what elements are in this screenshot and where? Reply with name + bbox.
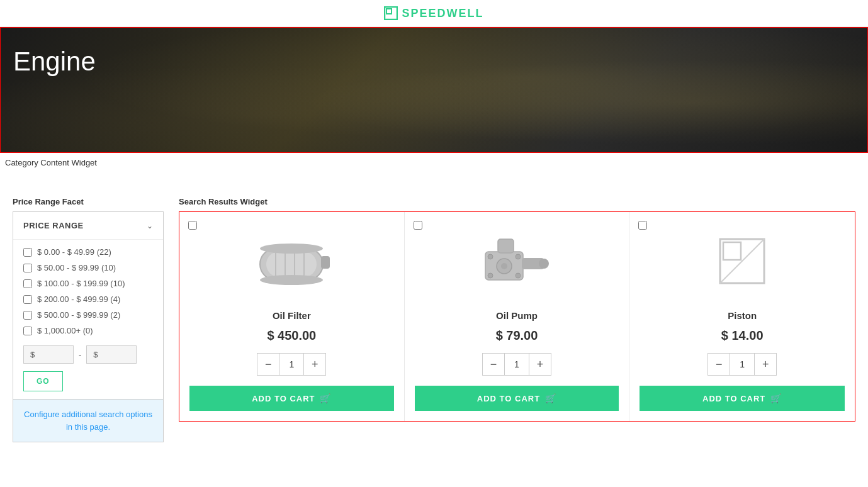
price-checkbox-0[interactable] (23, 248, 32, 257)
price-inputs: $ - $ (23, 345, 153, 364)
min-price-input[interactable] (37, 350, 62, 359)
price-option-3: $ 200.00 - $ 499.99 (4) (23, 294, 153, 304)
svg-rect-1 (386, 9, 392, 14)
piston-image (714, 233, 770, 293)
svg-point-18 (488, 254, 493, 259)
quantity-control-2: − 1 + (707, 353, 777, 376)
svg-line-26 (720, 239, 764, 283)
logo-text: SPEEDWELL (402, 7, 483, 20)
oil-filter-image (251, 236, 332, 289)
svg-point-20 (488, 273, 493, 278)
add-to-cart-label-1: ADD TO CART (477, 394, 540, 403)
svg-point-23 (501, 263, 507, 269)
add-to-cart-0[interactable]: ADD TO CART 🛒 (189, 386, 394, 411)
hero-banner: Engine (0, 27, 868, 153)
configure-link[interactable]: Configure additional search options in t… (24, 410, 152, 432)
facet-header[interactable]: PRICE RANGE ⌄ (13, 212, 163, 240)
price-option-1: $ 50.00 - $ 99.99 (10) (23, 263, 153, 272)
product-name-0: Oil Filter (273, 310, 311, 321)
product-checkbox-0[interactable] (188, 221, 197, 230)
qty-increase-1[interactable]: + (529, 354, 551, 375)
product-checkbox-1[interactable] (414, 221, 422, 230)
logo-icon (384, 6, 398, 20)
price-option-5: $ 1,000.00+ (0) (23, 326, 153, 335)
main-content: Price Range Facet PRICE RANGE ⌄ $ 0.00 -… (0, 184, 868, 455)
price-option-label-0: $ 0.00 - $ 49.99 (22) (37, 247, 111, 257)
price-option-label-1: $ 50.00 - $ 99.99 (10) (37, 263, 116, 272)
product-image-piston (698, 225, 786, 300)
min-dollar-sign: $ (30, 350, 35, 359)
product-price-0: $ 450.00 (267, 328, 316, 343)
add-to-cart-2[interactable]: ADD TO CART 🛒 (640, 386, 845, 411)
max-price-wrapper: $ (86, 345, 137, 364)
product-image-oil-filter (247, 225, 335, 300)
search-results-label: Search Results Widget (179, 197, 855, 206)
svg-rect-25 (723, 242, 741, 260)
go-button[interactable]: GO (23, 371, 63, 391)
product-card-1: Oil Pump $ 79.00 − 1 + ADD TO CART 🛒 (405, 212, 630, 421)
qty-decrease-0[interactable]: − (257, 354, 279, 375)
price-range-dash: - (79, 350, 81, 359)
qty-increase-0[interactable]: + (304, 354, 325, 375)
qty-decrease-1[interactable]: − (483, 354, 504, 375)
quantity-control-0: − 1 + (257, 353, 326, 376)
svg-point-21 (516, 273, 521, 278)
quantity-control-1: − 1 + (482, 353, 551, 376)
product-name-2: Piston (728, 310, 757, 321)
category-content-label: Category Content Widget (3, 153, 99, 172)
svg-rect-14 (498, 239, 514, 253)
chevron-down-icon: ⌄ (147, 221, 153, 230)
price-option-label-2: $ 100.00 - $ 199.99 (10) (37, 279, 125, 288)
add-to-cart-label-0: ADD TO CART (252, 394, 315, 403)
left-column: Price Range Facet PRICE RANGE ⌄ $ 0.00 -… (13, 197, 164, 442)
cart-icon-0: 🛒 (320, 393, 331, 403)
cart-icon-2: 🛒 (770, 393, 782, 403)
price-option-2: $ 100.00 - $ 199.99 (10) (23, 279, 153, 288)
product-image-oil-pump (473, 225, 561, 300)
svg-point-10 (260, 275, 323, 285)
oil-pump-image (479, 233, 555, 293)
qty-value-2: 1 (730, 354, 755, 375)
qty-decrease-2[interactable]: − (708, 354, 730, 375)
svg-point-19 (516, 254, 521, 259)
price-option-label-3: $ 200.00 - $ 499.99 (4) (37, 294, 120, 304)
price-checkbox-1[interactable] (23, 264, 32, 272)
facet-body: $ 0.00 - $ 49.99 (22) $ 50.00 - $ 99.99 … (13, 240, 163, 399)
logo: SPEEDWELL (384, 6, 483, 20)
qty-increase-2[interactable]: + (755, 354, 776, 375)
configure-link-box: Configure additional search options in t… (13, 399, 163, 442)
price-option-label-4: $ 500.00 - $ 999.99 (2) (37, 310, 120, 320)
facet-section-label: Price Range Facet (13, 197, 164, 206)
product-price-1: $ 79.00 (496, 328, 538, 343)
svg-point-17 (539, 259, 549, 269)
max-dollar-sign: $ (93, 350, 98, 359)
price-option-4: $ 500.00 - $ 999.99 (2) (23, 310, 153, 320)
svg-point-9 (260, 244, 323, 254)
max-price-input[interactable] (101, 350, 126, 359)
svg-rect-4 (266, 252, 317, 277)
price-range-facet: PRICE RANGE ⌄ $ 0.00 - $ 49.99 (22) $ 50… (13, 211, 164, 442)
products-grid: Oil Filter $ 450.00 − 1 + ADD TO CART 🛒 (179, 211, 855, 422)
product-card-0: Oil Filter $ 450.00 − 1 + ADD TO CART 🛒 (179, 212, 405, 421)
price-checkbox-5[interactable] (23, 327, 32, 335)
product-name-1: Oil Pump (496, 310, 538, 321)
qty-value-0: 1 (279, 354, 304, 375)
product-checkbox-2[interactable] (638, 221, 647, 230)
product-card-2: Piston $ 14.00 − 1 + ADD TO CART 🛒 (629, 212, 855, 421)
qty-value-1: 1 (504, 354, 529, 375)
add-to-cart-1[interactable]: ADD TO CART 🛒 (415, 386, 619, 411)
header: SPEEDWELL (0, 0, 868, 27)
cart-icon-1: 🛒 (545, 393, 556, 403)
price-option-label-5: $ 1,000.00+ (0) (37, 326, 93, 335)
add-to-cart-label-2: ADD TO CART (702, 394, 765, 403)
svg-rect-11 (321, 256, 330, 269)
price-checkbox-3[interactable] (23, 295, 32, 304)
right-column: Search Results Widget (179, 197, 855, 422)
product-price-2: $ 14.00 (721, 328, 764, 343)
price-checkbox-2[interactable] (23, 279, 32, 288)
price-option-0: $ 0.00 - $ 49.99 (22) (23, 247, 153, 257)
facet-header-label: PRICE RANGE (23, 221, 84, 230)
min-price-wrapper: $ (23, 345, 74, 364)
hero-title: Engine (13, 47, 96, 77)
price-checkbox-4[interactable] (23, 311, 32, 320)
